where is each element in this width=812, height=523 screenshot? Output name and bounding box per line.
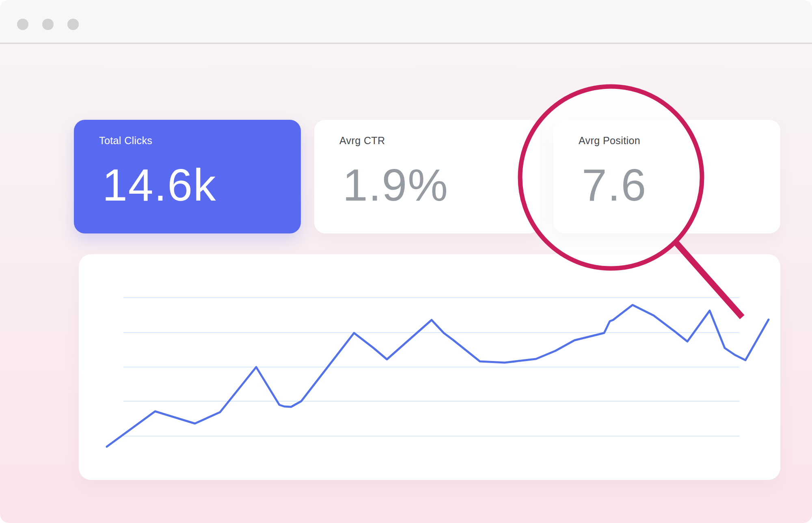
stat-label: Avrg CTR	[339, 135, 385, 147]
stat-label: Avrg Position	[579, 135, 640, 147]
chart-line	[107, 305, 769, 447]
app-window: Total Clicks 14.6k Avrg CTR 1.9% Avrg Po…	[0, 0, 812, 523]
stat-card-total-clicks: Total Clicks 14.6k	[74, 120, 301, 233]
stat-card-avrg-position: Avrg Position 7.6	[553, 120, 780, 233]
clicks-trend-chart	[79, 254, 780, 480]
stat-card-avrg-ctr: Avrg CTR 1.9%	[314, 120, 540, 233]
stat-value: 14.6k	[102, 162, 217, 209]
stat-value: 7.6	[582, 162, 647, 209]
stat-label: Total Clicks	[99, 135, 152, 147]
window-titlebar	[0, 0, 812, 44]
window-dot-icon[interactable]	[67, 19, 79, 30]
window-dot-icon[interactable]	[17, 19, 28, 30]
window-dot-icon[interactable]	[42, 19, 54, 30]
stat-value: 1.9%	[343, 162, 449, 209]
clicks-trend-chart-card	[79, 254, 780, 480]
